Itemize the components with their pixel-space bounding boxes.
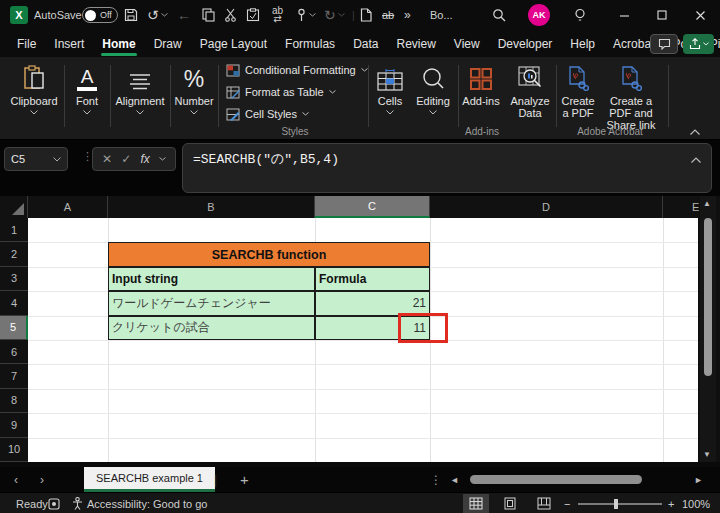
sheet-tab-active[interactable]: SEARCHB example 1 (84, 467, 215, 492)
zoom-slider[interactable] (578, 503, 662, 505)
row-header-1[interactable]: 1 (0, 218, 28, 242)
zoom-slider-thumb[interactable] (614, 499, 618, 509)
page-break-view-button[interactable] (531, 494, 557, 513)
cancel-icon[interactable]: ✕ (102, 152, 112, 166)
avatar[interactable]: AK (528, 4, 550, 26)
touch-mode-button[interactable] (296, 0, 316, 30)
back-arrow-icon[interactable]: ← (177, 0, 191, 30)
conditional-formatting-button[interactable]: Conditional Formatting (226, 61, 368, 79)
create-pdf-share-button[interactable]: Create a PDF and Share link (600, 61, 662, 131)
row-header-9[interactable]: 9 (0, 413, 28, 437)
add-ins-label: Add-ins (460, 95, 502, 107)
comments-button[interactable] (650, 34, 678, 54)
lightbulb-icon[interactable] (574, 0, 586, 30)
column-header-d[interactable]: D (430, 196, 663, 218)
horizontal-scrollbar[interactable] (462, 475, 688, 484)
cell-b5[interactable]: クリケットの試合 (108, 316, 315, 340)
tab-draw[interactable]: Draw (145, 30, 191, 57)
replace-button[interactable]: ab⇄ (272, 0, 283, 30)
editing-group-button[interactable]: Editing (410, 61, 456, 115)
more-commands-button[interactable]: » (404, 0, 411, 30)
row-header-2[interactable]: 2 (0, 242, 28, 266)
analyze-data-button[interactable]: Analyze Data (506, 61, 554, 119)
table-title-cell[interactable]: SEARCHB function (108, 242, 430, 266)
tab-help[interactable]: Help (561, 30, 604, 57)
close-button[interactable] (690, 0, 710, 30)
tab-review[interactable]: Review (387, 30, 444, 57)
paste-button[interactable] (246, 0, 260, 30)
font-group-button[interactable]: A Font (66, 61, 108, 115)
alignment-group-button[interactable]: Alignment (112, 61, 168, 115)
tab-data[interactable]: Data (344, 30, 387, 57)
row-header-10[interactable]: 10 (0, 438, 28, 462)
copy-button[interactable] (202, 0, 215, 30)
row-header-6[interactable]: 6 (0, 340, 28, 364)
scroll-right-icon[interactable]: ► (694, 467, 703, 492)
cell-b4[interactable]: ワールドゲームチェンジャー (108, 291, 315, 315)
chevron-down-icon (66, 110, 108, 115)
table-header-formula[interactable]: Formula (315, 267, 430, 291)
scroll-up-icon[interactable]: ▲ (703, 199, 711, 208)
cell-c4[interactable]: 21 (315, 291, 430, 315)
strikethrough-button[interactable]: ab (382, 0, 394, 30)
format-as-table-button[interactable]: Format as Table (226, 83, 336, 101)
add-ins-button[interactable]: Add-ins (460, 61, 502, 107)
scroll-down-icon[interactable]: ▼ (703, 450, 711, 459)
tab-formulas[interactable]: Formulas (276, 30, 344, 57)
enter-icon[interactable]: ✓ (121, 152, 131, 166)
editing-label: Editing (410, 95, 456, 107)
row-header-8[interactable]: 8 (0, 389, 28, 413)
tab-home[interactable]: Home (93, 30, 144, 57)
next-sheet-icon[interactable]: › (40, 467, 44, 492)
zoom-in-button[interactable]: + (668, 493, 674, 513)
cells-group-button[interactable]: Cells (372, 61, 408, 115)
name-box[interactable]: C5 (4, 147, 68, 171)
row-header-3[interactable]: 3 (0, 267, 28, 291)
minimize-button[interactable] (614, 0, 634, 30)
column-header-b[interactable]: B (108, 196, 315, 218)
tab-view[interactable]: View (445, 30, 489, 57)
undo-button[interactable]: ↺ (147, 0, 168, 30)
maximize-button[interactable] (652, 0, 672, 30)
insert-function-icon[interactable]: fx (140, 152, 149, 166)
horizontal-scroll-thumb[interactable] (470, 475, 642, 484)
formula-input[interactable]: =SEARCHB("の",B5,4) (182, 143, 712, 193)
save-button[interactable] (124, 0, 138, 30)
tab-insert[interactable]: Insert (45, 30, 93, 57)
chevron-down-icon (6, 110, 62, 115)
zoom-out-button[interactable]: − (564, 493, 570, 513)
column-header-c-selected[interactable]: C (315, 196, 430, 218)
page-layout-view-button[interactable] (497, 494, 523, 513)
cell-styles-button[interactable]: Cell Styles (226, 105, 309, 123)
row-header-5-selected[interactable]: 5 (0, 316, 28, 340)
macro-record-icon[interactable] (48, 493, 60, 513)
scroll-left-icon[interactable]: ◄ (450, 467, 459, 492)
vertical-scroll-thumb[interactable] (704, 218, 712, 376)
tab-developer[interactable]: Developer (489, 30, 562, 57)
select-all-button[interactable] (0, 196, 28, 218)
table-header-input[interactable]: Input string (108, 267, 315, 291)
collapse-formula-bar-icon[interactable] (691, 152, 701, 167)
row-header-4[interactable]: 4 (0, 291, 28, 315)
column-header-a[interactable]: A (28, 196, 108, 218)
cut-button[interactable] (224, 0, 237, 30)
scrollbar-splitter[interactable]: ⋮ (430, 467, 442, 492)
accessibility-status[interactable]: Accessibility: Good to go (72, 493, 207, 513)
search-icon[interactable] (492, 0, 506, 30)
share-button[interactable] (683, 34, 714, 54)
normal-view-button[interactable] (463, 494, 489, 513)
redo-button[interactable]: ↻ (324, 0, 345, 30)
vertical-scrollbar[interactable]: ▲ ▼ (700, 196, 716, 462)
autosave-toggle[interactable]: Off (82, 7, 118, 23)
tab-file[interactable]: File (8, 30, 45, 57)
new-file-button[interactable] (360, 0, 372, 30)
number-group-button[interactable]: % Number (172, 61, 216, 115)
new-sheet-button[interactable]: + (240, 467, 249, 492)
zoom-level[interactable]: 100% (682, 493, 710, 513)
tab-page-layout[interactable]: Page Layout (191, 30, 276, 57)
collapse-ribbon-icon[interactable] (690, 121, 700, 139)
prev-sheet-icon[interactable]: ‹ (14, 467, 18, 492)
row-header-7[interactable]: 7 (0, 364, 28, 388)
clipboard-group-button[interactable]: Clipboard (6, 61, 62, 115)
create-pdf-button[interactable]: Create a PDF (558, 61, 598, 119)
